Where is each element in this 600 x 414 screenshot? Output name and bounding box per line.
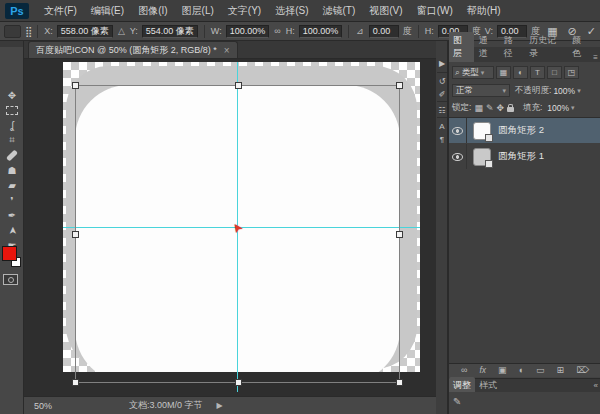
panel-tab-row: 图层 通道 路径 历史记录 颜色 ≡ [449, 47, 600, 62]
transform-handle-bottom-center[interactable] [235, 379, 242, 386]
visibility-toggle[interactable] [449, 118, 467, 143]
toolbar-grip[interactable] [0, 41, 23, 47]
eye-icon [452, 153, 463, 161]
path-selection-tool[interactable]: ➤ [2, 223, 22, 237]
layer-style-button[interactable]: fx [479, 366, 486, 375]
menu-select[interactable]: 选择(S) [268, 0, 315, 22]
character-panel-button[interactable]: A [436, 120, 448, 132]
lock-transparent-pixels-button[interactable]: ▦ [474, 103, 483, 113]
canvas-area[interactable]: ➤ [24, 59, 436, 396]
tab-color[interactable]: 颜色 [568, 32, 593, 62]
shape-layer-badge-icon [485, 160, 493, 168]
new-layer-button[interactable]: ⊞ [557, 366, 565, 375]
transform-handle-top-center[interactable] [235, 82, 242, 89]
collapse-panel-icon[interactable]: « [594, 381, 600, 390]
menu-help[interactable]: 帮助(H) [460, 0, 508, 22]
eraser-tool[interactable]: ▰ [2, 178, 22, 192]
clone-stamp-tool[interactable]: ☗ [2, 163, 22, 177]
rotate-input[interactable]: 0.00 [369, 25, 399, 38]
lasso-tool[interactable]: ʆ [2, 118, 22, 132]
transform-handle-middle-right[interactable] [396, 231, 403, 238]
y-input[interactable]: 554.00 像素 [142, 25, 198, 38]
crop-tool[interactable]: ⌗ [2, 133, 22, 147]
lock-label: 锁定: [452, 102, 471, 114]
menu-view[interactable]: 视图(V) [362, 0, 409, 22]
layer-name[interactable]: 圆角矩形 1 [498, 150, 544, 163]
add-layer-mask-button[interactable]: ▣ [498, 366, 507, 375]
tool-preset-picker[interactable] [4, 25, 21, 38]
panel-menu-icon[interactable]: ≡ [593, 53, 600, 62]
reference-point-locator[interactable]: ⣿ [25, 26, 31, 37]
healing-brush-tool[interactable] [2, 148, 22, 162]
paragraph-panel-button[interactable]: ¶ [436, 133, 448, 145]
height-input[interactable]: 100.00% [299, 25, 343, 38]
rotate-unit: 度 [403, 25, 412, 38]
new-adjustment-layer-button[interactable]: ◐ [519, 366, 524, 375]
transform-handle-bottom-right[interactable] [396, 379, 403, 386]
brush-panel-button[interactable]: ✐ [436, 88, 448, 100]
photoshop-window: Ps 文件(F) 编辑(E) 图像(I) 图层(L) 文字(Y) 选择(S) 滤… [0, 0, 600, 414]
lock-image-pixels-button[interactable]: ✎ [486, 103, 494, 113]
status-bar: 50% 文档:3.00M/0 字节 ▶ [24, 396, 436, 414]
history-panel-button[interactable]: ↺ [436, 75, 448, 87]
layer-name[interactable]: 圆角矩形 2 [498, 124, 544, 137]
width-input[interactable]: 100.00% [226, 25, 270, 38]
history-icon: ↺ [439, 77, 446, 86]
menu-type[interactable]: 文字(Y) [221, 0, 268, 22]
lock-all-button[interactable] [507, 107, 514, 112]
transform-handle-top-right[interactable] [396, 82, 403, 89]
filter-shape-layers-button[interactable]: □ [547, 66, 562, 79]
transform-handle-middle-left[interactable] [72, 231, 79, 238]
lock-position-button[interactable]: ✥ [496, 103, 504, 113]
menu-edit[interactable]: 编辑(E) [84, 0, 131, 22]
quick-mask-button[interactable] [3, 274, 18, 285]
filter-kind-dropdown[interactable]: ⌕ 类型 ▾ [452, 66, 494, 79]
layer-thumbnail[interactable] [473, 122, 491, 140]
pen-tool[interactable]: ✒ [2, 208, 22, 222]
transform-handle-top-left[interactable] [72, 82, 79, 89]
transform-bounding-box[interactable] [75, 85, 400, 383]
filter-smart-objects-button[interactable]: ◳ [564, 66, 579, 79]
menu-image[interactable]: 图像(I) [131, 0, 174, 22]
opacity-field[interactable]: 100% ▾ [553, 86, 580, 96]
relative-position-icon[interactable]: △ [117, 26, 126, 36]
close-icon[interactable]: × [224, 45, 230, 56]
tab-paths[interactable]: 路径 [500, 32, 525, 62]
tab-history[interactable]: 历史记录 [525, 32, 568, 62]
filter-pixel-layers-button[interactable]: ▦ [496, 66, 511, 79]
chevron-down-icon: ▾ [571, 104, 575, 112]
clone-source-panel-button[interactable]: ☷ [436, 104, 448, 116]
rectangular-marquee-tool[interactable] [2, 103, 22, 117]
filter-pixel-layers-icon: ▦ [500, 68, 508, 77]
quick-mask-icon [8, 277, 14, 283]
status-popup-arrow-icon[interactable]: ▶ [217, 401, 223, 410]
document-tab[interactable]: 百度贴吧ICON @ 50% (圆角矩形 2, RGB/8) * × [28, 41, 238, 58]
link-dimensions-icon[interactable]: ∞ [273, 26, 281, 36]
x-input[interactable]: 558.00 像素 [57, 25, 113, 38]
move-tool[interactable]: ✥ [2, 88, 22, 102]
blur-tool[interactable]: ❜ [2, 193, 22, 207]
visibility-toggle[interactable] [449, 144, 467, 169]
layer-row-rounded-rectangle-1[interactable]: 圆角矩形 1 [449, 144, 600, 169]
new-group-button[interactable]: ▭ [536, 366, 545, 375]
menu-file[interactable]: 文件(F) [37, 0, 84, 22]
tab-channels[interactable]: 通道 [474, 32, 499, 62]
menu-window[interactable]: 窗口(W) [410, 0, 460, 22]
filter-type-layers-button[interactable]: T [530, 66, 545, 79]
delete-layer-button[interactable]: ⌦ [576, 366, 589, 375]
zoom-level-field[interactable]: 50% [34, 401, 74, 411]
blend-mode-dropdown[interactable]: 正常 ▾ [452, 84, 510, 97]
expand-panels-button[interactable]: ▶ [436, 57, 448, 69]
filter-adjustment-layers-button[interactable]: ◐ [513, 66, 528, 79]
photoshop-logo: Ps [5, 3, 29, 19]
adjustment-preset-icon[interactable]: ✎ [453, 396, 461, 407]
layer-row-rounded-rectangle-2[interactable]: 圆角矩形 2 [449, 118, 600, 143]
link-layers-button[interactable]: ∞ [461, 366, 467, 375]
layer-thumbnail[interactable] [473, 148, 491, 166]
foreground-color-swatch[interactable] [2, 246, 17, 261]
menu-layer[interactable]: 图层(L) [175, 0, 221, 22]
fill-field[interactable]: 100% ▾ [547, 103, 574, 113]
tab-layers[interactable]: 图层 [449, 32, 474, 62]
menu-filter[interactable]: 滤镜(T) [316, 0, 363, 22]
transform-handle-bottom-left[interactable] [72, 379, 79, 386]
